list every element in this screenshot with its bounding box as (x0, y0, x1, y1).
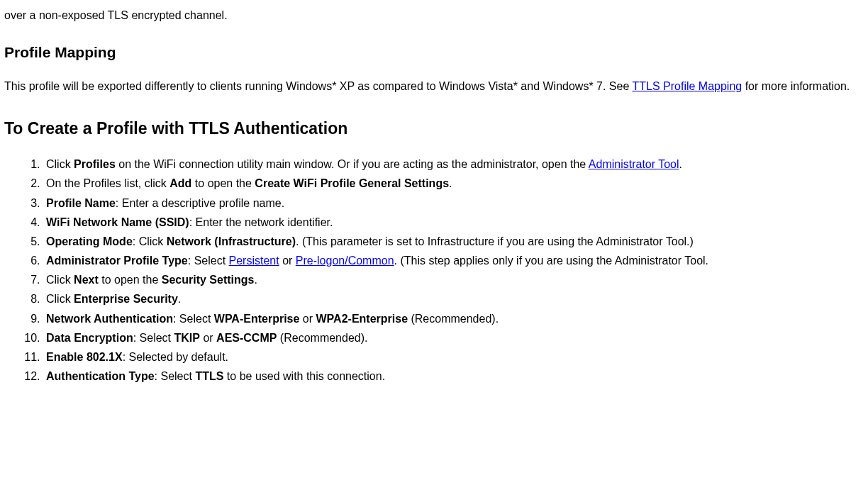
text: : Click (133, 235, 167, 247)
bold-network-authentication: Network Authentication (46, 313, 173, 325)
persistent-link[interactable]: Persistent (229, 255, 279, 267)
step-10: Data Encryption: Select TKIP or AES-CCMP… (43, 330, 868, 346)
text: : Select (133, 332, 174, 344)
text: : Enter a descriptive profile name. (116, 197, 284, 209)
text: to be used with this connection. (223, 370, 385, 382)
text: . (This parameter is set to Infrastructu… (296, 235, 694, 247)
bold-ttls: TTLS (195, 370, 223, 382)
bold-enable-8021x: Enable 802.1X (46, 351, 123, 363)
step-1: Click Profiles on the WiFi connection ut… (43, 156, 868, 172)
bold-profiles: Profiles (74, 158, 116, 170)
bold-profile-name: Profile Name (46, 197, 116, 209)
text: This profile will be exported differentl… (4, 80, 632, 92)
text: : Selected by default. (123, 351, 228, 363)
step-8: Click Enterprise Security. (43, 291, 868, 307)
bold-authentication-type: Authentication Type (46, 370, 155, 382)
text: : Enter the network identifier. (189, 216, 333, 228)
create-profile-steps: Click Profiles on the WiFi connection ut… (4, 156, 868, 384)
prelogon-common-link[interactable]: Pre-logon/Common (296, 255, 394, 267)
text: on the WiFi connection utility main wind… (116, 158, 589, 170)
bold-security-settings: Security Settings (162, 274, 255, 286)
bold-aes-ccmp: AES-CCMP (216, 332, 277, 344)
text: to open the (191, 177, 255, 189)
bold-enterprise-security: Enterprise Security (74, 293, 178, 305)
bold-network-infrastructure: Network (Infrastructure) (167, 235, 296, 247)
bold-wifi-network-name: WiFi Network Name (SSID) (46, 216, 189, 228)
bold-tkip: TKIP (174, 332, 200, 344)
step-12: Authentication Type: Select TTLS to be u… (43, 368, 868, 384)
step-9: Network Authentication: Select WPA-Enter… (43, 311, 868, 327)
text: . (679, 158, 682, 170)
text: or (299, 313, 316, 325)
step-5: Operating Mode: Click Network (Infrastru… (43, 233, 868, 250)
text: . (178, 293, 181, 305)
text: to open the (99, 274, 162, 286)
bold-admin-profile-type: Administrator Profile Type (46, 255, 188, 267)
administrator-tool-link[interactable]: Administrator Tool (589, 158, 679, 170)
profile-mapping-paragraph: This profile will be exported differentl… (4, 78, 868, 94)
step-2: On the Profiles list, click Add to open … (43, 175, 868, 191)
text: (Recommended). (277, 332, 367, 344)
text: . (254, 274, 257, 286)
step-11: Enable 802.1X: Selected by default. (43, 349, 868, 365)
text: On the Profiles list, click (46, 177, 169, 189)
text: or (200, 332, 216, 344)
ttls-profile-mapping-link[interactable]: TTLS Profile Mapping (632, 80, 742, 92)
text: : Select (188, 255, 229, 267)
text: Click (46, 158, 74, 170)
bold-add: Add (169, 177, 191, 189)
text: : Select (173, 313, 214, 325)
text: : Select (155, 370, 196, 382)
step-7: Click Next to open the Security Settings… (43, 272, 868, 288)
bold-operating-mode: Operating Mode (46, 235, 133, 247)
step-6: Administrator Profile Type: Select Persi… (43, 252, 868, 269)
step-4: WiFi Network Name (SSID): Enter the netw… (43, 214, 868, 230)
text: . (This step applies only if you are usi… (394, 255, 708, 267)
text: . (449, 177, 452, 189)
heading-create-profile: To Create a Profile with TTLS Authentica… (4, 117, 868, 140)
text: or (279, 255, 296, 267)
text: Click (46, 274, 74, 286)
bold-next: Next (74, 274, 99, 286)
intro-snippet: over a non-exposed TLS encrypted channel… (4, 7, 868, 23)
bold-wpa2-enterprise: WPA2-Enterprise (316, 313, 408, 325)
text: (Recommended). (408, 313, 499, 325)
bold-data-encryption: Data Encryption (46, 332, 133, 344)
text: for more information. (742, 80, 850, 92)
bold-wpa-enterprise: WPA-Enterprise (214, 313, 300, 325)
heading-profile-mapping: Profile Mapping (4, 42, 868, 63)
text: Click (46, 293, 74, 305)
bold-create-wifi-profile: Create WiFi Profile General Settings (255, 177, 449, 189)
step-3: Profile Name: Enter a descriptive profil… (43, 195, 868, 211)
